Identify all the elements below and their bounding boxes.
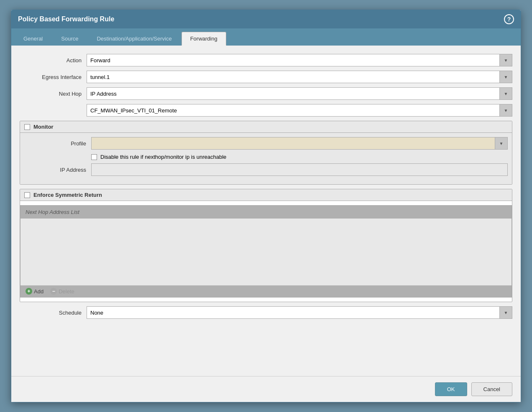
delete-label: Delete — [59, 288, 74, 295]
dialog-header: Policy Based Forwarding Rule ? — [11, 10, 521, 28]
enforce-sym-header: Enforce Symmetric Return — [20, 189, 512, 201]
next-hop-secondary-value: CF_MWAN_IPsec_VTI_01_Remote — [90, 107, 177, 114]
monitor-ip-field-wrap — [91, 163, 508, 176]
schedule-label: Schedule — [20, 310, 87, 316]
next-hop-label: Next Hop — [20, 91, 87, 97]
monitor-section-header: Monitor — [20, 121, 512, 133]
action-field-wrap: Forward — [87, 54, 512, 66]
monitor-disable-checkbox[interactable] — [91, 154, 97, 160]
monitor-profile-dropdown-arrow[interactable] — [495, 137, 507, 149]
egress-interface-value: tunnel.1 — [90, 74, 110, 80]
schedule-field-wrap: None — [87, 306, 512, 319]
ok-button[interactable]: OK — [435, 382, 467, 396]
enforce-sym-content: Next Hop Address List + Add − Delete — [20, 205, 512, 298]
monitor-profile-select[interactable] — [91, 137, 508, 150]
monitor-section-content: Profile Disable this rule if nexthop/mon… — [20, 133, 512, 184]
action-select[interactable]: Forward — [87, 54, 512, 66]
add-icon: + — [26, 288, 32, 295]
schedule-value: None — [90, 310, 103, 316]
add-label: Add — [34, 288, 43, 295]
action-label: Action — [20, 57, 87, 64]
delete-icon: − — [50, 288, 57, 295]
schedule-select[interactable]: None — [87, 306, 512, 319]
tab-general[interactable]: General — [15, 32, 51, 46]
enforce-sym-checkbox[interactable] — [24, 192, 30, 198]
tab-destination[interactable]: Destination/Application/Service — [88, 32, 180, 46]
next-hop-row: Next Hop IP Address — [20, 87, 512, 100]
next-hop-field-wrap: IP Address — [87, 87, 512, 100]
delete-button[interactable]: − Delete — [50, 288, 74, 295]
monitor-ip-row: IP Address — [24, 163, 508, 176]
schedule-row: Schedule None — [20, 306, 512, 319]
next-hop-select[interactable]: IP Address — [87, 87, 512, 100]
dialog-footer: OK Cancel — [11, 376, 521, 402]
egress-interface-label: Egress Interface — [20, 74, 87, 80]
next-hop-secondary-dropdown-arrow[interactable] — [499, 104, 512, 116]
monitor-profile-field-wrap — [91, 137, 508, 150]
schedule-dropdown-arrow[interactable] — [499, 307, 512, 318]
egress-interface-select[interactable]: tunnel.1 — [87, 71, 512, 83]
monitor-disable-label: Disable this rule if nexthop/monitor ip … — [100, 154, 226, 160]
next-hop-value: IP Address — [90, 91, 117, 97]
next-hop-list-body — [20, 219, 512, 285]
egress-interface-field-wrap: tunnel.1 — [87, 71, 512, 83]
next-hop-list-section: Next Hop Address List + Add − Delete — [20, 205, 512, 298]
monitor-ip-label: IP Address — [24, 167, 91, 173]
next-hop-list-label: Next Hop Address List — [26, 209, 79, 215]
next-hop-list-footer: + Add − Delete — [20, 285, 512, 297]
monitor-ip-input[interactable] — [91, 163, 508, 176]
action-dropdown-arrow[interactable] — [499, 54, 512, 66]
tab-source[interactable]: Source — [52, 32, 87, 46]
monitor-profile-label: Profile — [24, 140, 91, 147]
action-value: Forward — [90, 57, 110, 64]
monitor-disable-row: Disable this rule if nexthop/monitor ip … — [91, 154, 508, 160]
next-hop-secondary-select[interactable]: CF_MWAN_IPsec_VTI_01_Remote — [87, 104, 512, 117]
next-hop-dropdown-arrow[interactable] — [499, 88, 512, 99]
enforce-sym-label: Enforce Symmetric Return — [33, 192, 102, 198]
cancel-button[interactable]: Cancel — [471, 382, 512, 396]
tab-forwarding[interactable]: Forwarding — [182, 32, 226, 46]
egress-interface-dropdown-arrow[interactable] — [499, 71, 512, 83]
next-hop-secondary-row: CF_MWAN_IPsec_VTI_01_Remote — [20, 104, 512, 117]
monitor-section-label: Monitor — [33, 124, 54, 130]
action-row: Action Forward — [20, 54, 512, 66]
help-icon[interactable]: ? — [504, 14, 514, 24]
next-hop-list-header: Next Hop Address List — [20, 206, 512, 219]
monitor-profile-row: Profile — [24, 137, 508, 150]
monitor-section: Monitor Profile Disable this r — [20, 121, 512, 185]
dialog-body: Action Forward Egress Interface tunnel.1… — [11, 46, 521, 376]
policy-forwarding-dialog: Policy Based Forwarding Rule ? General S… — [11, 10, 521, 402]
next-hop-secondary-field-wrap: CF_MWAN_IPsec_VTI_01_Remote — [87, 104, 512, 117]
enforce-sym-section: Enforce Symmetric Return Next Hop Addres… — [20, 189, 512, 302]
egress-interface-row: Egress Interface tunnel.1 — [20, 71, 512, 83]
dialog-title: Policy Based Forwarding Rule — [18, 15, 114, 23]
add-button[interactable]: + Add — [26, 288, 43, 295]
tab-bar: General Source Destination/Application/S… — [11, 28, 521, 46]
monitor-checkbox[interactable] — [24, 124, 30, 130]
